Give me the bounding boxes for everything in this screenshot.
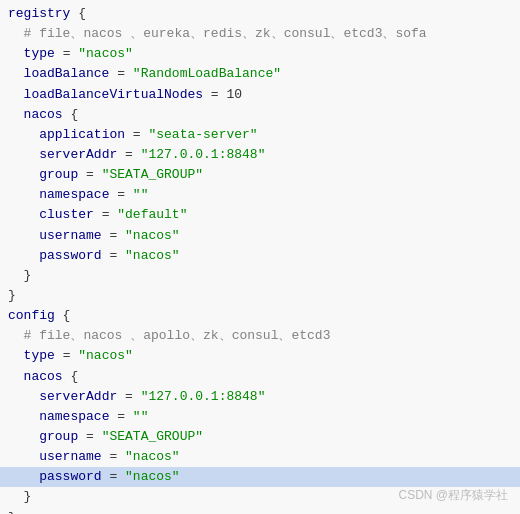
code-line: namespace = "" [0,407,520,427]
code-line: serverAddr = "127.0.0.1:8848" [0,145,520,165]
code-line: group = "SEATA_GROUP" [0,427,520,447]
code-line: group = "SEATA_GROUP" [0,165,520,185]
code-line: } [0,266,520,286]
code-line: namespace = "" [0,185,520,205]
code-line: registry { [0,4,520,24]
code-line: } [0,508,520,514]
code-line: } [0,286,520,306]
code-line: type = "nacos" [0,346,520,366]
code-line: type = "nacos" [0,44,520,64]
code-line: cluster = "default" [0,205,520,225]
code-line: serverAddr = "127.0.0.1:8848" [0,387,520,407]
code-line: # file、nacos 、apollo、zk、consul、etcd3 [0,326,520,346]
code-line: loadBalance = "RandomLoadBalance" [0,64,520,84]
code-line: loadBalanceVirtualNodes = 10 [0,85,520,105]
code-line: username = "nacos" [0,447,520,467]
code-line: application = "seata-server" [0,125,520,145]
watermark: CSDN @程序猿学社 [398,487,508,504]
code-line: config { [0,306,520,326]
code-line: username = "nacos" [0,226,520,246]
code-line: nacos { [0,105,520,125]
code-line: # file、nacos 、eureka、redis、zk、consul、etc… [0,24,520,44]
code-container: registry { # file、nacos 、eureka、redis、zk… [0,0,520,514]
code-line: password = "nacos" [0,467,520,487]
code-line: password = "nacos" [0,246,520,266]
code-line: nacos { [0,367,520,387]
